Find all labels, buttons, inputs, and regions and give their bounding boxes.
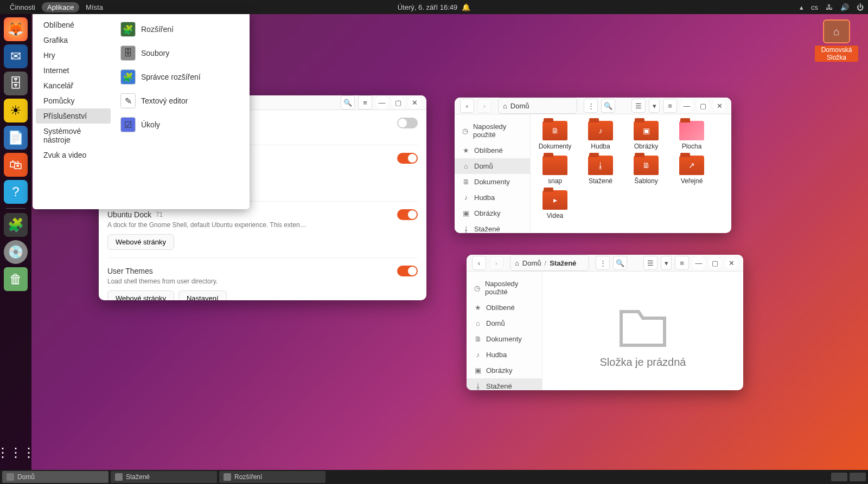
dock-trash[interactable]: 🗑 [4,267,28,291]
sidebar-item[interactable]: ◷Naposledy použité [467,276,542,300]
extensions-search-button[interactable]: 🔍 [341,95,355,109]
app-menu-item[interactable]: 🧩Správce rozšíření [117,65,246,89]
dock-show-apps[interactable]: ⋮⋮⋮ [4,441,28,464]
app-menu-item[interactable]: 🧩Rozšíření [117,17,246,41]
taskbar-item[interactable]: Rozšíření [219,471,326,483]
dock-files[interactable]: 🗄 [4,72,28,95]
dock-rhythmbox[interactable]: ☀ [4,99,28,122]
sidebar-item[interactable]: ⌂Domů [467,315,542,331]
updates-icon[interactable]: ▴ [800,3,803,11]
extension-action-button[interactable]: Nastavení [178,291,227,300]
dock-firefox[interactable]: 🦊 [4,17,28,41]
view-list-button[interactable]: ☰ [643,256,658,270]
close-button[interactable]: ✕ [725,256,738,269]
path-segment-home[interactable]: Domů [510,102,529,110]
path-bar[interactable]: ⌂ Domů [498,98,577,114]
path-menu-button[interactable]: ⋮ [584,99,598,113]
sidebar-item[interactable]: ▣Obrázky [467,363,542,378]
extension-action-button[interactable]: Webové stránky [107,234,174,250]
app-menu-item[interactable]: ☑Úkoly [117,113,246,137]
app-menu-category[interactable]: Pomůcky [36,93,111,108]
app-menu-category[interactable]: Zvuk a video [36,147,111,163]
sidebar-item[interactable]: ⭳Stažené [455,221,530,233]
sidebar-item[interactable]: ★Oblíbené [467,300,542,315]
nav-back-button[interactable]: ‹ [472,256,486,270]
files-home-grid[interactable]: 🗎Dokumenty♪Hudba▣ObrázkyPlochasnap⭳Staže… [531,114,731,233]
extension-toggle[interactable] [397,209,418,220]
maximize-button[interactable]: ▢ [709,256,722,269]
app-menu-item[interactable]: 🗄Soubory [117,41,246,65]
sidebar-item[interactable]: ▣Obrázky [455,205,530,221]
path-bar[interactable]: ⌂ Domů / Stažené [510,255,589,271]
nav-forward-button[interactable]: › [477,99,492,113]
activities-button[interactable]: Činnosti [4,2,41,12]
dock-writer[interactable]: 📄 [4,126,28,150]
folder-item[interactable]: snap [537,156,573,185]
dock-thunderbird[interactable]: ✉ [4,44,28,68]
app-menu-category[interactable]: Příslušenství [36,108,111,124]
minimize-button[interactable]: — [375,96,388,109]
sidebar-item[interactable]: ⭳Stažené [467,378,542,390]
power-icon[interactable]: ⏻ [857,3,864,11]
sidebar-item[interactable]: ★Oblíbené [455,143,530,158]
dock-disc[interactable]: 💿 [4,240,28,264]
places-button[interactable]: Místa [80,2,108,12]
app-menu-category[interactable]: Systémové nástroje [36,124,111,147]
desktop-home-folder[interactable]: ⌂ Domovská Složka [815,20,858,62]
folder-item[interactable]: ▸Videa [537,190,573,220]
nav-forward-button[interactable]: › [489,256,503,270]
minimize-button[interactable]: — [692,256,705,269]
datetime-label[interactable]: Úterý, 6. září 16:49 [398,3,458,11]
extension-action-button[interactable]: Webové stránky [107,291,174,300]
keyboard-layout-indicator[interactable]: cs [811,3,818,11]
path-segment-home[interactable]: Domů [522,259,541,267]
folder-item[interactable]: ↗Veřejné [674,156,710,185]
folder-item[interactable]: ▣Obrázky [628,121,664,150]
search-button[interactable]: 🔍 [601,99,615,113]
taskbar-item[interactable]: Domů [2,471,108,483]
folder-item[interactable]: 🗎Šablony [628,156,664,185]
hamburger-button[interactable]: ≡ [663,99,677,113]
hamburger-button[interactable]: ≡ [675,256,689,270]
dock-extensions[interactable]: 🧩 [4,213,28,237]
network-icon[interactable]: 🖧 [826,3,833,11]
maximize-button[interactable]: ▢ [392,96,405,109]
folder-item[interactable]: 🗎Dokumenty [537,121,573,150]
app-menu-category[interactable]: Grafika [36,33,111,48]
app-menu-item[interactable]: ✎Textový editor [117,89,246,113]
sidebar-item[interactable]: ⌂Domů [455,158,530,174]
extensions-menu-button[interactable]: ≡ [358,95,372,109]
minimize-button[interactable]: — [680,99,693,112]
notification-icon[interactable]: 🔔 [462,3,470,11]
path-segment-downloads[interactable]: Stažené [550,259,576,267]
sidebar-item[interactable]: ♪Hudba [467,347,542,363]
tray-item[interactable] [831,473,847,481]
app-menu-category[interactable]: Kancelář [36,78,111,93]
path-menu-button[interactable]: ⋮ [596,256,610,270]
app-menu-category[interactable]: Internet [36,63,111,78]
dock-software[interactable]: 🛍 [4,153,28,177]
extension-toggle[interactable] [397,118,418,128]
extension-toggle[interactable] [397,266,418,276]
folder-item[interactable]: Plocha [674,121,710,150]
extension-toggle[interactable] [397,153,418,164]
app-menu-category[interactable]: Oblíbené [36,17,111,33]
volume-icon[interactable]: 🔊 [840,3,849,11]
sidebar-item[interactable]: ♪Hudba [455,190,530,205]
view-dropdown-button[interactable]: ▾ [661,256,672,270]
sidebar-item[interactable]: 🗎Dokumenty [467,331,542,347]
taskbar-item[interactable]: Stažené [111,471,217,483]
dock-help[interactable]: ? [4,180,28,204]
folder-item[interactable]: ⭳Stažené [583,156,618,185]
close-button[interactable]: ✕ [713,99,726,112]
app-menu-category[interactable]: Hry [36,48,111,63]
tray-item[interactable] [850,473,866,481]
search-button[interactable]: 🔍 [613,256,627,270]
applications-button[interactable]: Aplikace [42,2,79,12]
sidebar-item[interactable]: ◷Naposledy použité [455,119,530,143]
folder-item[interactable]: ♪Hudba [583,121,618,150]
close-button[interactable]: ✕ [408,96,421,109]
maximize-button[interactable]: ▢ [697,99,710,112]
view-dropdown-button[interactable]: ▾ [649,99,660,113]
nav-back-button[interactable]: ‹ [460,99,474,113]
